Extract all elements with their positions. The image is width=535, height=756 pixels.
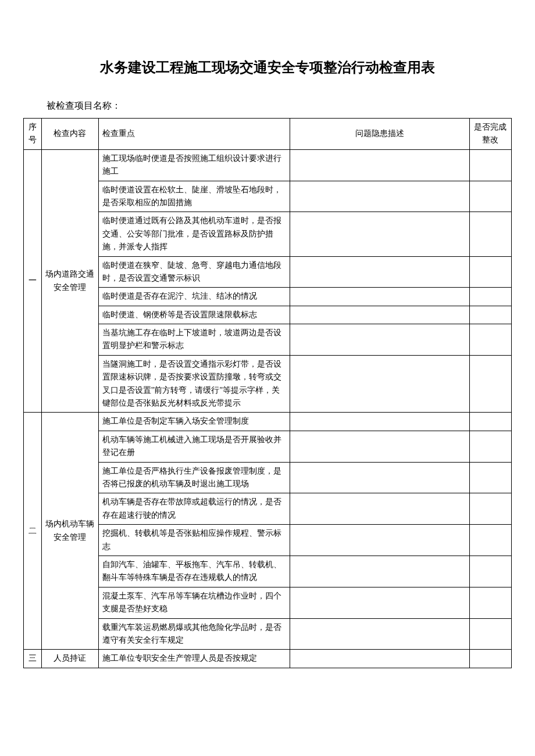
inspection-table: 序号 检查内容 检查重点 问题隐患描述 是否完成整改 一场内道路交通安全管理施工… [23, 118, 512, 668]
problem-cell [290, 493, 470, 525]
section-seq: 一 [24, 149, 42, 413]
check-focus: 载重汽车装运易燃易爆或其他危险化学品时，是否遵守有关安全行车规定 [98, 618, 290, 650]
done-cell [469, 462, 511, 493]
done-cell [469, 493, 511, 525]
done-cell [469, 212, 511, 256]
check-focus: 当基坑施工存在临时上下坡道时，坡道两边是否设置明显护栏和警示标志 [98, 324, 290, 356]
check-focus: 机动车辆等施工机械进入施工现场是否开展验收并登记在册 [98, 431, 290, 462]
problem-cell [290, 525, 470, 556]
done-cell [469, 324, 511, 356]
check-focus: 施工单位是否严格执行生产设备报废管理制度，是否将已报废的机动车辆及时退出施工现场 [98, 462, 290, 493]
section-content: 场内道路交通安全管理 [41, 149, 98, 413]
done-cell [469, 256, 511, 288]
check-focus: 当隧洞施工时，是否设置交通指示彩灯带，是否设置限速标识牌，是否按要求设置防撞墩，… [98, 355, 290, 413]
header-content: 检查内容 [41, 119, 98, 150]
section-content: 人员持证 [41, 650, 98, 668]
check-focus: 机动车辆是否存在带故障或超载运行的情况，是否存在超速行驶的情况 [98, 493, 290, 525]
table-row: 二场内机动车辆安全管理施工单位是否制定车辆入场安全管理制度 [24, 413, 512, 431]
problem-cell [290, 618, 470, 650]
check-focus: 临时便道、钢便桥等是否设置限速限载标志 [98, 306, 290, 324]
table-row: 一场内道路交通安全管理施工现场临时便道是否按照施工组织设计要求进行施工 [24, 149, 512, 181]
check-focus: 施工单位是否制定车辆入场安全管理制度 [98, 413, 290, 431]
check-focus: 混凝土泵车、汽车吊等车辆在坑槽边作业时，四个支腿是否垫好支稳 [98, 587, 290, 618]
done-cell [469, 413, 511, 431]
check-focus: 挖掘机、转载机等是否张贴相应操作规程、警示标志 [98, 525, 290, 556]
problem-cell [290, 212, 470, 256]
check-focus: 临时便道通过既有公路及其他机动车道时，是否报交通、公安等部门批准，是否设置路标及… [98, 212, 290, 256]
header-seq: 序号 [24, 119, 42, 150]
problem-cell [290, 431, 470, 462]
problem-cell [290, 650, 470, 668]
done-cell [469, 556, 511, 587]
project-name-label: 被检查项目名称： [23, 100, 512, 112]
done-cell [469, 525, 511, 556]
problem-cell [290, 288, 470, 306]
table-row: 三人员持证施工单位专职安全生产管理人员是否按规定 [24, 650, 512, 668]
problem-cell [290, 256, 470, 288]
check-focus: 施工现场临时便道是否按照施工组织设计要求进行施工 [98, 149, 290, 181]
section-seq: 二 [24, 413, 42, 650]
check-focus: 自卸汽车、油罐车、平板拖车、汽车吊、转载机、翻斗车等特殊车辆是否存在违规载人的情… [98, 556, 290, 587]
problem-cell [290, 355, 470, 413]
problem-cell [290, 306, 470, 324]
done-cell [469, 181, 511, 212]
problem-cell [290, 324, 470, 356]
check-focus: 施工单位专职安全生产管理人员是否按规定 [98, 650, 290, 668]
problem-cell [290, 556, 470, 587]
problem-cell [290, 413, 470, 431]
done-cell [469, 355, 511, 413]
header-focus: 检查重点 [98, 119, 290, 150]
done-cell [469, 288, 511, 306]
problem-cell [290, 181, 470, 212]
done-cell [469, 149, 511, 181]
done-cell [469, 306, 511, 324]
section-seq: 三 [24, 650, 42, 668]
check-focus: 临时便道是否存在泥泞、坑洼、结冰的情况 [98, 288, 290, 306]
header-done: 是否完成整改 [469, 119, 511, 150]
check-focus: 临时便道在狭窄、陡坡、急弯、穿越电力通信地段时，是否设置交通警示标识 [98, 256, 290, 288]
done-cell [469, 431, 511, 462]
done-cell [469, 650, 511, 668]
done-cell [469, 587, 511, 618]
section-content: 场内机动车辆安全管理 [41, 413, 98, 650]
problem-cell [290, 149, 470, 181]
header-problem: 问题隐患描述 [290, 119, 470, 150]
problem-cell [290, 462, 470, 493]
check-focus: 临时便道设置在松软土、陡崖、滑坡坠石地段时，是否采取相应的加固措施 [98, 181, 290, 212]
done-cell [469, 618, 511, 650]
problem-cell [290, 587, 470, 618]
page-title: 水务建设工程施工现场交通安全专项整治行动检查用表 [23, 58, 512, 77]
